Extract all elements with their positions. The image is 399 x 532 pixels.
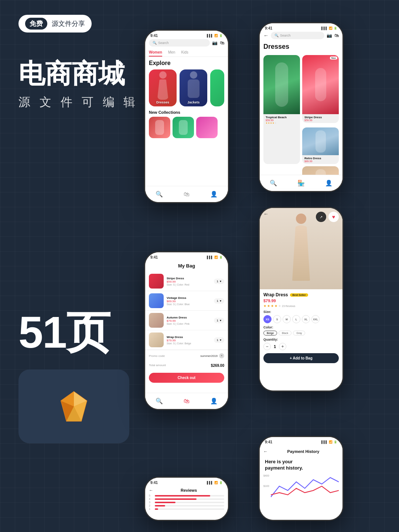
total-row: Total amount $269.00 [145, 361, 228, 370]
size-l[interactable]: L [292, 315, 300, 323]
phone-reviews: 9:41 ▌▌▌ 📶 🔋 ← Reviews 5 4 3 2 1 [144, 477, 229, 521]
chart-area: $400 $100 [260, 471, 342, 501]
time-1: 9:41 [150, 34, 158, 38]
qty-val-3: 1 [217, 319, 218, 322]
dress-name-1: Tropical Beach [266, 116, 298, 119]
phone-explore: 9:41 ▌▌▌ 📶 🔋 🔍 Search 📷 🛍 Women Men [144, 30, 229, 203]
color-black[interactable]: Black [279, 331, 291, 335]
category-dresses[interactable]: Dresses [149, 69, 177, 106]
bag-item-size-1: Size: S | Color: Red [167, 283, 211, 286]
size-label: Size: [263, 310, 339, 314]
tab-men[interactable]: Men [168, 49, 175, 57]
nav-store-2[interactable]: 🏪 [297, 180, 305, 187]
nav-profile-2[interactable]: 👤 [325, 180, 332, 187]
back-arrow-2[interactable]: ← [263, 33, 269, 38]
search-bar-2[interactable]: 🔍 Search [271, 32, 324, 39]
nav-bag-1[interactable]: 🛍 [184, 191, 190, 198]
total-label: Total amount [149, 364, 166, 368]
color-beige[interactable]: Beige [263, 331, 277, 335]
dress-card-retro[interactable]: Retro Dress $89.99 [302, 127, 339, 164]
free-label: 免费 [25, 18, 47, 30]
tab-women[interactable]: Women [149, 49, 162, 57]
checkout-button[interactable]: Check out [149, 373, 224, 383]
product-image-area: ← ↗ ♥ [260, 208, 342, 289]
bag-icon-2[interactable]: 🛍 [334, 33, 339, 38]
size-xxl[interactable]: XXL [311, 315, 320, 323]
camera-icon-2[interactable]: 📷 [327, 33, 332, 38]
bag-item-price-1: $59.99 [167, 280, 211, 283]
source-badge: 免费 源文件分享 [18, 15, 92, 33]
bag-item-3: Autumn Dress $79.99 Size: S | Color: Pin… [145, 311, 228, 330]
wifi-icon-5: 📶 [329, 440, 332, 444]
nav-bag-3[interactable]: 🛍 [184, 398, 190, 405]
back-arrow-4[interactable]: ← [263, 211, 269, 217]
back-arrow-6[interactable]: ← [149, 488, 153, 493]
color-gray[interactable]: Gray [293, 331, 305, 335]
bag-img-wrap [149, 332, 164, 347]
search-row-1: 🔍 Search 📷 🛍 [145, 39, 228, 49]
bag-qty-4[interactable]: 1 ▾ [214, 337, 224, 343]
camera-icon-1[interactable]: 📷 [212, 40, 218, 45]
signal-icon: ▌▌▌ [207, 34, 213, 37]
source-label: 源文件分享 [52, 19, 85, 28]
nav-tabs-1: Women Men Kids [145, 49, 228, 57]
qty-row: − 1 + [263, 343, 339, 350]
bag-item-info-1: Stripe Dress $59.99 Size: S | Color: Red [167, 277, 211, 286]
search-icon-1: 🔍 [153, 41, 157, 45]
nav-profile-3[interactable]: 👤 [210, 398, 218, 405]
collection-2[interactable] [173, 117, 194, 138]
time-6: 9:41 [150, 481, 158, 485]
product-figure [284, 214, 318, 284]
bag-qty-2[interactable]: 1 ▾ [214, 298, 224, 304]
nav-search-1[interactable]: 🔍 [156, 191, 163, 198]
qty-val-4: 1 [217, 338, 218, 342]
size-xs[interactable]: XS [263, 315, 272, 323]
promo-remove-btn[interactable]: ✕ [219, 353, 224, 358]
wifi-icon-6: 📶 [214, 481, 218, 484]
nav-search-2[interactable]: 🔍 [270, 180, 277, 187]
search-placeholder-1: Search [158, 41, 169, 45]
collections-row [145, 117, 228, 138]
total-amount: $269.00 [211, 364, 224, 368]
bag-img-stripe [149, 274, 164, 289]
bag-icon-1[interactable]: 🛍 [220, 40, 224, 45]
bag-qty-1[interactable]: 1 ▾ [214, 279, 224, 284]
battery-icon-2: 🔋 [334, 27, 337, 30]
dress-name-2: Stripe Dress [304, 116, 337, 119]
hero-text: 电商商城 源 文 件 可 编 辑 [18, 59, 138, 110]
collection-3[interactable] [196, 117, 218, 138]
dress-price-3: $89.99 [304, 160, 337, 163]
status-bar-6: 9:41 ▌▌▌ 📶 🔋 [145, 478, 228, 486]
tab-kids[interactable]: Kids [181, 49, 188, 57]
back-arrow-5[interactable]: ← [263, 449, 268, 454]
collections-title: New Collections [145, 110, 228, 117]
size-s[interactable]: S [273, 315, 281, 323]
qty-minus[interactable]: − [263, 343, 271, 350]
search-bar-1[interactable]: 🔍 Search [149, 39, 210, 47]
share-button[interactable]: ↗ [316, 212, 326, 222]
payment-subtitle: Here is yourpayment history. [260, 457, 342, 471]
qty-plus[interactable]: + [279, 343, 286, 350]
promo-row: Promo code summer2019 ✕ [145, 350, 228, 361]
main-title: 电商商城 [18, 59, 138, 88]
nav-search-3[interactable]: 🔍 [156, 398, 163, 405]
category-green[interactable] [210, 69, 224, 106]
bag-qty-3[interactable]: 1 ▾ [214, 318, 224, 323]
bottom-nav-2: 🔍 🏪 👤 [260, 175, 342, 191]
bag-img-vintage [149, 293, 164, 308]
heart-button[interactable]: ♥ [328, 212, 339, 222]
color-row: Beige Black Gray [263, 331, 339, 335]
size-xl[interactable]: XL [302, 315, 310, 323]
size-m[interactable]: M [283, 315, 291, 323]
bag-item-info-4: Wrap Dress $79.99 Size: S | Color: Beige [167, 335, 211, 345]
phone-bag: 9:41 ▌▌▌ 📶 🔋 My Bag Stripe Dress $59.99 … [144, 251, 229, 410]
collection-1[interactable] [149, 117, 170, 138]
category-jackets[interactable]: Jackets [180, 69, 207, 106]
qty-chevron-2: ▾ [220, 299, 221, 303]
dress-card-tropical[interactable]: Tropical Beach $59.99 ★★★★★ [263, 55, 300, 164]
dress-card-stripe[interactable]: New Stripe Dress $59.99 [302, 55, 339, 123]
signal-icon-5: ▌▌▌ [321, 440, 328, 444]
add-to-bag-button[interactable]: + Add to Bag [263, 353, 339, 363]
nav-profile-1[interactable]: 👤 [210, 191, 218, 198]
sketch-logo-box [18, 369, 129, 443]
